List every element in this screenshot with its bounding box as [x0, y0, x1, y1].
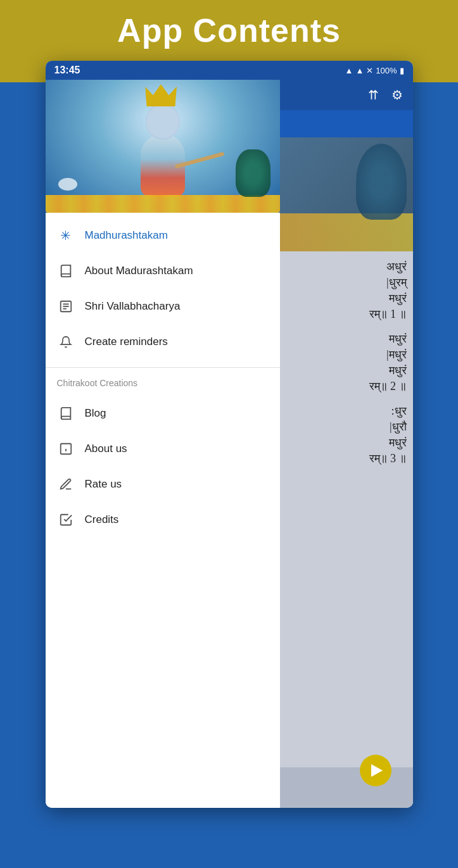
menu-item-blog[interactable]: Blog — [46, 396, 280, 431]
menu-item-shri-vallabhacharya[interactable]: Shri Vallabhacharya — [46, 289, 280, 324]
play-button[interactable] — [360, 755, 391, 786]
drawer-section-1: ✳ Madhurashtakam About Madurashtakam — [46, 213, 280, 365]
outer-background: App Contents 13:45 ▲ ▲ ✕ 100% ▮ ⇈ ⚙ MEAN… — [0, 0, 458, 868]
drawer-section-2-header: Chitrakoot Creations — [46, 370, 280, 391]
navigation-drawer: ✳ Madhurashtakam About Madurashtakam — [46, 80, 280, 808]
wifi-icon: ▲ — [345, 66, 353, 75]
drawer-header-image — [46, 80, 280, 213]
menu-label-shri-vallabhacharya: Shri Vallabhacharya — [85, 300, 181, 313]
settings-icon[interactable]: ⚙ — [391, 87, 403, 103]
page-title: App Contents — [117, 11, 341, 49]
no-sim-icon: ✕ — [366, 66, 373, 75]
bell-icon — [57, 333, 75, 351]
share-icon[interactable]: ⇈ — [368, 87, 379, 103]
info-icon — [57, 440, 75, 458]
menu-item-credits[interactable]: Credits — [46, 502, 280, 538]
menu-label-about-madurashtakam: About Madurashtakam — [85, 265, 193, 277]
menu-item-create-reminders[interactable]: Create reminders — [46, 324, 280, 360]
status-time: 13:45 — [54, 65, 80, 76]
menu-label-credits: Credits — [85, 513, 119, 526]
menu-item-madhurashtakam[interactable]: ✳ Madhurashtakam — [46, 218, 280, 253]
book-icon — [57, 262, 75, 280]
menu-item-about-madurashtakam[interactable]: About Madurashtakam — [46, 253, 280, 289]
phone-frame: 13:45 ▲ ▲ ✕ 100% ▮ ⇈ ⚙ MEANING — [46, 61, 413, 808]
menu-label-create-reminders: Create reminders — [85, 336, 168, 348]
menu-label-rate-us: Rate us — [85, 478, 122, 491]
status-icons: ▲ ▲ ✕ 100% ▮ — [345, 66, 404, 75]
status-bar: 13:45 ▲ ▲ ✕ 100% ▮ — [46, 61, 413, 80]
menu-item-rate-us[interactable]: Rate us — [46, 467, 280, 502]
blog-icon — [57, 405, 75, 422]
play-icon — [371, 764, 383, 777]
battery-text: 100% — [376, 66, 397, 75]
main-content: ⇈ ⚙ MEANING अधुरं धुरम्| मधुरं — [46, 80, 413, 808]
battery-icon: ▮ — [400, 66, 404, 75]
signal-icon: ▲ — [355, 66, 364, 75]
menu-label-blog: Blog — [85, 407, 106, 420]
rate-icon — [57, 475, 75, 493]
drawer-section-2: Blog About us — [46, 391, 280, 543]
menu-item-about-us[interactable]: About us — [46, 431, 280, 467]
document-icon — [57, 298, 75, 315]
menu-label-madhurashtakam: Madhurashtakam — [85, 229, 168, 242]
checkmark-icon — [57, 511, 75, 529]
menu-label-about-us: About us — [85, 443, 127, 455]
drawer-divider — [46, 367, 280, 368]
snowflake-icon: ✳ — [57, 227, 75, 244]
